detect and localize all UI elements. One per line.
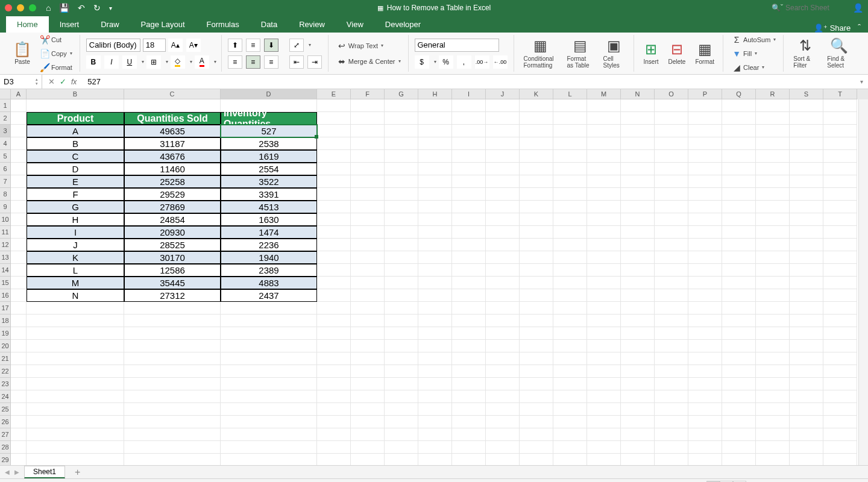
table-cell[interactable]: 12586 (124, 264, 221, 277)
cell[interactable] (587, 352, 621, 365)
cell[interactable] (790, 378, 823, 390)
maximize-window-button[interactable] (29, 4, 36, 11)
chevron-down-icon[interactable]: ▾ (190, 59, 192, 64)
cell[interactable] (722, 428, 756, 441)
cell[interactable] (587, 315, 621, 327)
cell[interactable] (317, 239, 351, 251)
cell[interactable] (688, 403, 722, 416)
cell[interactable] (221, 416, 317, 428)
cell[interactable] (385, 239, 418, 251)
cell[interactable] (587, 213, 621, 226)
cell[interactable] (452, 378, 486, 390)
row-header[interactable]: 18 (0, 315, 11, 327)
cell[interactable] (317, 403, 351, 416)
cell[interactable] (722, 390, 756, 403)
cell[interactable] (722, 226, 756, 239)
cell[interactable] (722, 403, 756, 416)
ribbon-tab-review[interactable]: Review (288, 16, 336, 33)
table-cell[interactable]: A (27, 125, 124, 137)
cell[interactable] (385, 213, 418, 226)
cell[interactable] (520, 403, 553, 416)
home-icon[interactable]: ⌂ (46, 3, 51, 13)
cell[interactable] (452, 188, 486, 201)
cell[interactable] (621, 213, 655, 226)
cell[interactable] (790, 277, 823, 289)
cell[interactable] (756, 150, 790, 163)
cell[interactable] (317, 327, 351, 340)
cell[interactable] (823, 175, 857, 188)
cell[interactable] (317, 251, 351, 264)
cell[interactable] (317, 441, 351, 454)
cell[interactable] (655, 403, 688, 416)
table-cell[interactable]: 2437 (221, 289, 317, 302)
cell[interactable] (587, 188, 621, 201)
cell[interactable] (221, 454, 317, 465)
column-header[interactable]: O (655, 89, 688, 99)
cell[interactable] (756, 112, 790, 125)
cell[interactable] (27, 302, 124, 315)
cell[interactable] (722, 416, 756, 428)
cell[interactable] (486, 390, 520, 403)
cell[interactable] (823, 302, 857, 315)
cell[interactable] (587, 302, 621, 315)
cell[interactable] (621, 390, 655, 403)
cell[interactable] (655, 213, 688, 226)
cell[interactable] (351, 188, 385, 201)
cell[interactable] (221, 365, 317, 378)
cell[interactable] (790, 302, 823, 315)
cell[interactable] (317, 352, 351, 365)
cell[interactable] (790, 390, 823, 403)
enter-formula-button[interactable]: ✓ (60, 77, 66, 86)
cell[interactable] (452, 213, 486, 226)
cell[interactable] (11, 175, 27, 188)
cell[interactable] (11, 226, 27, 239)
ribbon-tab-home[interactable]: Home (6, 16, 49, 33)
cell[interactable] (520, 327, 553, 340)
cell[interactable] (418, 352, 452, 365)
cell[interactable] (655, 289, 688, 302)
cell[interactable] (317, 163, 351, 175)
cell[interactable] (688, 239, 722, 251)
cell[interactable] (418, 416, 452, 428)
cell[interactable] (655, 251, 688, 264)
cell[interactable] (756, 352, 790, 365)
paste-button[interactable]: 📋 Paste (10, 40, 35, 66)
row-header[interactable]: 16 (0, 289, 11, 302)
cell[interactable] (688, 188, 722, 201)
cell[interactable] (621, 112, 655, 125)
cell[interactable] (418, 264, 452, 277)
cell[interactable] (486, 239, 520, 251)
cell[interactable] (520, 264, 553, 277)
cell[interactable] (317, 226, 351, 239)
cell[interactable] (11, 213, 27, 226)
cell[interactable] (11, 289, 27, 302)
cell[interactable] (722, 264, 756, 277)
row-header[interactable]: 12 (0, 239, 11, 251)
cell[interactable] (124, 416, 221, 428)
cell[interactable] (351, 150, 385, 163)
cell[interactable] (722, 365, 756, 378)
cell[interactable] (385, 137, 418, 150)
cell[interactable] (27, 454, 124, 465)
cell[interactable] (385, 428, 418, 441)
format-painter-button[interactable]: 🖌️Format (37, 61, 75, 74)
fill-handle[interactable] (315, 135, 318, 139)
cell[interactable] (11, 315, 27, 327)
cell[interactable] (621, 251, 655, 264)
table-header[interactable]: Product (27, 112, 124, 125)
cell[interactable] (722, 378, 756, 390)
row-header[interactable]: 19 (0, 327, 11, 340)
cell[interactable] (688, 112, 722, 125)
cell[interactable] (688, 213, 722, 226)
row-header[interactable]: 13 (0, 251, 11, 264)
cell[interactable] (587, 378, 621, 390)
cell[interactable] (351, 441, 385, 454)
cell[interactable] (520, 226, 553, 239)
row-header[interactable]: 2 (0, 112, 11, 125)
cell[interactable] (655, 315, 688, 327)
cell[interactable] (418, 137, 452, 150)
table-cell[interactable]: C (27, 150, 124, 163)
cell[interactable] (688, 201, 722, 213)
cell[interactable] (385, 150, 418, 163)
cell[interactable] (790, 340, 823, 352)
